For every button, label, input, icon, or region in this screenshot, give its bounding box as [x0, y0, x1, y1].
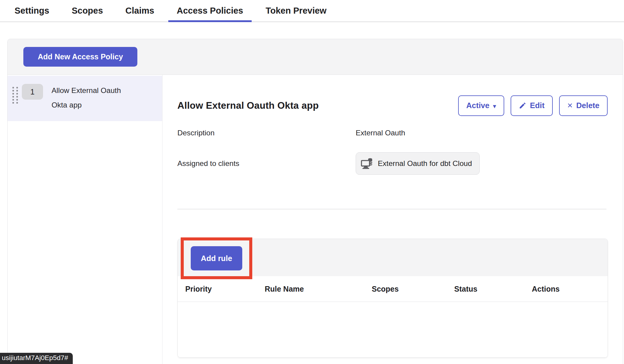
panel-body: 1 Allow External Oauth Okta app Allow Ex… [8, 75, 623, 364]
policy-title-row: Allow External Oauth Okta app Active ▾ E… [177, 94, 608, 117]
delete-button[interactable]: × Delete [559, 95, 608, 116]
section-divider [177, 209, 606, 209]
pencil-icon [519, 102, 526, 109]
policy-fields: Description External Oauth Assigned to c… [177, 126, 608, 175]
client-chip[interactable]: External Oauth for dbt Cloud [356, 152, 480, 175]
column-status: Status [447, 285, 524, 293]
access-policies-panel: Add New Access Policy 1 Allow External O… [7, 39, 623, 364]
panel-header: Add New Access Policy [8, 39, 623, 75]
drag-handle-icon[interactable] [12, 87, 18, 104]
close-x-icon: × [567, 101, 573, 110]
rules-box: Add rule Priority Rule Name Scopes Statu… [177, 239, 608, 358]
tab-token-preview[interactable]: Token Preview [257, 0, 335, 22]
policy-list-sidebar: 1 Allow External Oauth Okta app [8, 75, 163, 364]
rules-header: Add rule [178, 239, 608, 276]
client-chip-label: External Oauth for dbt Cloud [378, 159, 472, 168]
column-priority: Priority [178, 285, 257, 293]
status-dropdown-button[interactable]: Active ▾ [458, 95, 504, 116]
column-rule-name: Rule Name [257, 285, 364, 293]
policy-priority-badge: 1 [22, 84, 43, 100]
edit-button[interactable]: Edit [511, 95, 553, 116]
policy-list-item[interactable]: 1 Allow External Oauth Okta app [8, 76, 162, 121]
status-dropdown-label: Active [466, 101, 490, 110]
column-scopes: Scopes [364, 285, 447, 293]
tab-scopes[interactable]: Scopes [63, 0, 111, 22]
computer-database-icon [361, 158, 374, 169]
policy-title: Allow External Oauth Okta app [177, 100, 319, 111]
assigned-clients-label: Assigned to clients [177, 159, 356, 168]
description-value: External Oauth [356, 129, 405, 137]
add-new-access-policy-button[interactable]: Add New Access Policy [23, 47, 137, 67]
tab-claims[interactable]: Claims [117, 0, 163, 22]
annotation-highlight-rectangle: Add rule [181, 237, 252, 279]
rules-table-body-empty [178, 302, 608, 357]
policy-detail: Allow External Oauth Okta app Active ▾ E… [163, 75, 623, 364]
tab-access-policies[interactable]: Access Policies [168, 0, 252, 22]
description-label: Description [177, 129, 356, 137]
assigned-clients-row: Assigned to clients External Oauth for d… [177, 152, 608, 175]
edit-button-label: Edit [530, 101, 545, 110]
rules-table-header: Priority Rule Name Scopes Status Actions [178, 276, 608, 302]
link-preview-tooltip: usijiutarM7Aj0Ep5d7# [0, 353, 73, 364]
column-actions: Actions [524, 285, 608, 293]
tab-settings[interactable]: Settings [6, 0, 58, 22]
page: Settings Scopes Claims Access Policies T… [0, 0, 624, 364]
chevron-down-icon: ▾ [493, 103, 496, 109]
add-rule-button[interactable]: Add rule [191, 246, 242, 270]
tab-bar: Settings Scopes Claims Access Policies T… [0, 0, 624, 22]
policy-name: Allow External Oauth Okta app [52, 83, 129, 112]
policy-actions: Active ▾ Edit × Delete [458, 95, 608, 116]
description-row: Description External Oauth [177, 126, 608, 140]
delete-button-label: Delete [576, 101, 599, 110]
